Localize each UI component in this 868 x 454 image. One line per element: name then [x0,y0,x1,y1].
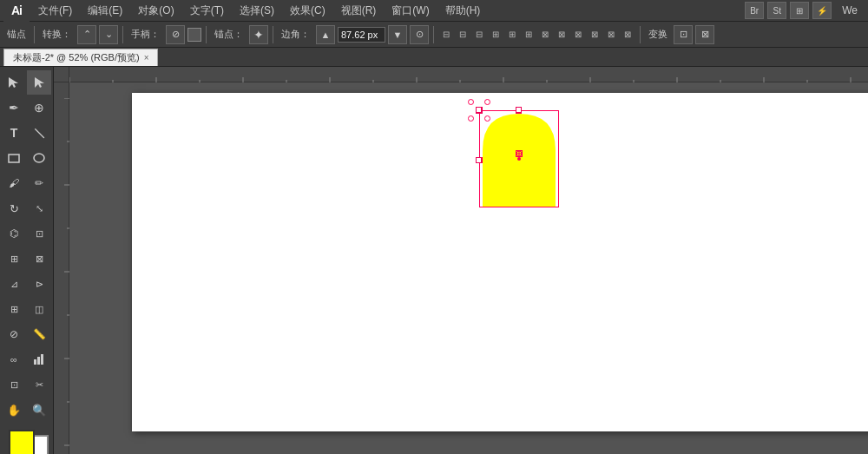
menu-file[interactable]: 文件(F) [31,2,79,20]
tool-row-10: ⊞ ◫ [2,297,51,321]
scale-tool[interactable]: ⤡ [27,196,51,220]
blend-tool[interactable]: ∞ [2,347,26,372]
artboard-tool[interactable]: ⊡ [2,372,26,397]
transform-btn[interactable]: ⊡ [674,25,693,44]
power-btn[interactable]: ⚡ [812,2,832,19]
convert-btn1[interactable]: ⌃ [77,25,96,44]
svg-rect-5 [37,357,40,365]
tool-row-14: ✋ 🔍 [2,398,51,422]
sep1 [34,26,35,43]
stock-btn[interactable]: St [767,2,786,19]
align-right[interactable]: ⊟ [471,27,487,43]
tab-bar: 未标题-2* @ 52% (RGB/预览) × [0,48,868,67]
tool-row-13: ⊡ ✂ [2,372,51,397]
svg-rect-6 [41,354,43,365]
paintbrush-tool[interactable]: 🖌 [2,171,26,195]
app-logo: Ai [3,0,30,22]
anchor-tool-icon[interactable]: ✦ [249,25,268,44]
ellipse-tool[interactable] [27,146,51,170]
pencil-tool[interactable]: ✏ [27,171,51,195]
align-top[interactable]: ⊞ [488,27,503,43]
direct-select-tool[interactable] [27,70,51,95]
bridge-btn[interactable]: Br [745,2,764,19]
main-layout: ✒ ⊕ T | 🖌 ✏ ↻ ⤡ ⌬ ⊡ [0,67,868,454]
corner-type-btn[interactable]: ⊙ [410,25,429,44]
selection-bounding-box [479,110,559,207]
menu-select[interactable]: 选择(S) [233,2,281,20]
rotate-tool[interactable]: ↻ [2,196,26,220]
tool-row-6: ↻ ⤡ [2,196,51,220]
corner-radius-br[interactable] [468,99,474,105]
graph-tool[interactable] [27,347,51,372]
measure-tool[interactable]: 📏 [27,322,51,346]
align-bottom[interactable]: ⊞ [521,27,536,43]
left-toolbar: ✒ ⊕ T | 🖌 ✏ ↻ ⤡ ⌬ ⊡ [0,67,54,454]
corner-radius-bl[interactable] [484,99,490,105]
mesh-tool[interactable]: ⊞ [2,297,26,321]
corner-up[interactable]: ▲ [316,25,335,44]
menu-help[interactable]: 帮助(H) [438,2,488,20]
handle-input[interactable] [187,28,201,42]
distrib-h[interactable]: ⊠ [537,27,553,43]
zoom-tool[interactable]: 🔍 [27,398,51,422]
eyedropper-tool[interactable]: ⊘ [2,322,26,346]
sep5 [433,26,434,43]
livepaint-tool[interactable]: ⊠ [27,247,51,271]
warp-tool[interactable]: ⌬ [2,221,26,246]
corner-down[interactable]: ▼ [388,25,407,44]
tool-row-1 [2,70,51,95]
distrib-h2[interactable]: ⊠ [570,27,586,43]
workspace-btn[interactable]: ⊞ [790,2,809,19]
align-center-h[interactable]: ⊟ [455,27,470,43]
corner-value-input[interactable] [338,27,385,43]
hand-tool[interactable]: ✋ [2,398,26,422]
tab-close-btn[interactable]: × [144,53,149,63]
menu-bar: Ai 文件(F) 编辑(E) 对象(O) 文字(T) 选择(S) 效果(C) 视… [0,0,868,22]
menu-edit[interactable]: 编辑(E) [81,2,129,20]
menu-effect[interactable]: 效果(C) [283,2,332,20]
distrib-v3[interactable]: ⊠ [620,27,635,43]
fill-swatch[interactable] [9,430,35,454]
distrib-v2[interactable]: ⊠ [587,27,602,43]
shapebuilder-tool[interactable]: ⊞ [2,247,26,271]
rect-tool[interactable] [2,146,26,170]
document-tab[interactable]: 未标题-2* @ 52% (RGB/预览) × [3,49,158,66]
menu-text[interactable]: 文字(T) [183,2,231,20]
handle-br[interactable] [476,107,482,113]
perspectiveselect-tool[interactable]: ⊳ [27,272,51,296]
color-area [2,423,51,454]
pen-tool[interactable]: ✒ [2,95,26,120]
distrib-v[interactable]: ⊠ [554,27,569,43]
distrib-h3[interactable]: ⊠ [603,27,619,43]
tool-row-9: ⊿ ⊳ [2,272,51,296]
align-center-v[interactable]: ⊞ [504,27,520,43]
menu-window[interactable]: 窗口(W) [385,2,436,20]
line-tool[interactable]: | [22,115,54,150]
sep3 [206,26,207,43]
menu-object[interactable]: 对象(O) [131,2,181,20]
corner-radius-tr[interactable] [468,115,474,122]
tool-row-4 [2,146,51,170]
canvas-area[interactable] [54,67,868,454]
select-tool[interactable] [2,70,26,95]
menu-right-group: Br St ⊞ ⚡ We [745,2,865,19]
ruler-corner [54,67,69,82]
menu-view[interactable]: 视图(R) [334,2,384,20]
sep6 [640,26,641,43]
ruler-vertical [54,82,69,454]
perspective-tool[interactable]: ⊿ [2,272,26,296]
svg-point-3 [34,154,44,162]
handle-btn1[interactable]: ⊘ [166,25,185,44]
handle-mr[interactable] [476,157,482,163]
slice-tool[interactable]: ✂ [27,372,51,397]
tool-row-2: ✒ ⊕ [2,95,51,120]
tool-row-3: T | [2,121,51,145]
convert-label: 转换： [39,28,75,41]
freetransform-tool[interactable]: ⊡ [27,221,51,246]
gradient-tool[interactable]: ◫ [27,297,51,321]
tab-label: 未标题-2* @ 52% (RGB/预览) [13,51,140,64]
align-left[interactable]: ⊟ [438,27,454,43]
convert-btn2[interactable]: ⌄ [99,25,118,44]
handle-bm[interactable] [516,107,522,113]
transform-btn2[interactable]: ⊠ [695,25,714,44]
